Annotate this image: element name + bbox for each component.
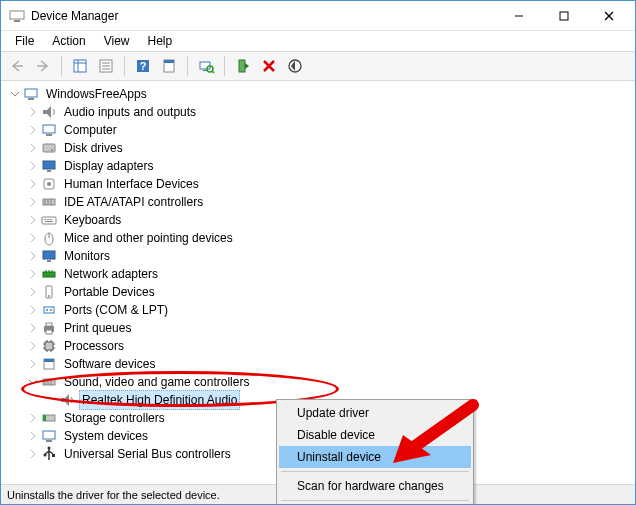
- toolbar-separator: [61, 56, 62, 76]
- svg-rect-43: [44, 219, 46, 220]
- chevron-right-icon[interactable]: [27, 142, 39, 154]
- category-label: Print queues: [61, 319, 134, 337]
- maximize-button[interactable]: [541, 2, 586, 30]
- tree-category[interactable]: IDE ATA/ATAPI controllers: [27, 193, 635, 211]
- svg-line-20: [212, 71, 214, 73]
- category-label: Processors: [61, 337, 127, 355]
- tree-category[interactable]: Computer: [27, 121, 635, 139]
- status-text: Uninstalls the driver for the selected d…: [7, 489, 220, 501]
- svg-rect-45: [50, 219, 52, 220]
- svg-rect-57: [44, 307, 54, 313]
- tree-category[interactable]: Network adapters: [27, 265, 635, 283]
- enable-device-button[interactable]: [231, 54, 255, 78]
- svg-rect-42: [42, 217, 56, 224]
- forward-button[interactable]: [31, 54, 55, 78]
- toolbar-separator: [224, 56, 225, 76]
- tree-category[interactable]: Mice and other pointing devices: [27, 229, 635, 247]
- uninstall-device-button[interactable]: [257, 54, 281, 78]
- chevron-right-icon[interactable]: [27, 160, 39, 172]
- svg-rect-31: [46, 134, 52, 136]
- speaker-icon: [59, 392, 75, 408]
- chevron-down-icon[interactable]: [9, 88, 21, 100]
- scan-hardware-button[interactable]: [194, 54, 218, 78]
- chevron-right-icon[interactable]: [27, 178, 39, 190]
- svg-rect-84: [52, 454, 55, 457]
- svg-marker-22: [245, 63, 249, 69]
- svg-rect-6: [74, 60, 86, 72]
- tree-category[interactable]: Processors: [27, 337, 635, 355]
- chevron-right-icon[interactable]: [27, 340, 39, 352]
- svg-rect-73: [44, 359, 54, 362]
- chevron-right-icon[interactable]: [27, 250, 39, 262]
- context-update-driver[interactable]: Update driver: [279, 402, 471, 424]
- svg-rect-28: [28, 98, 34, 100]
- context-separator: [281, 500, 469, 501]
- menu-help[interactable]: Help: [140, 32, 181, 50]
- category-label: Portable Devices: [61, 283, 158, 301]
- tree-category[interactable]: Keyboards: [27, 211, 635, 229]
- context-uninstall-device[interactable]: Uninstall device: [279, 446, 471, 468]
- tree-category[interactable]: Ports (COM & LPT): [27, 301, 635, 319]
- svg-rect-61: [46, 323, 52, 326]
- chevron-right-icon[interactable]: [27, 268, 39, 280]
- svg-marker-26: [291, 61, 295, 71]
- tree-root-label: WindowsFreeApps: [43, 85, 150, 103]
- svg-rect-16: [164, 60, 174, 63]
- tree-category[interactable]: Audio inputs and outputs: [27, 103, 635, 121]
- tree-category[interactable]: Portable Devices: [27, 283, 635, 301]
- category-label: Network adapters: [61, 265, 161, 283]
- tree-category[interactable]: Print queues: [27, 319, 635, 337]
- properties-button[interactable]: [94, 54, 118, 78]
- minimize-button[interactable]: [496, 2, 541, 30]
- chevron-right-icon[interactable]: [27, 106, 39, 118]
- chevron-right-icon[interactable]: [27, 214, 39, 226]
- chevron-down-icon[interactable]: [27, 376, 39, 388]
- category-icon: [41, 428, 57, 444]
- chevron-right-icon[interactable]: [27, 196, 39, 208]
- svg-rect-50: [47, 260, 51, 262]
- tree-category[interactable]: Disk drives: [27, 139, 635, 157]
- svg-rect-49: [43, 251, 55, 259]
- tree-root[interactable]: WindowsFreeApps: [9, 85, 635, 103]
- properties-sheet-button[interactable]: [157, 54, 181, 78]
- update-driver-button[interactable]: [283, 54, 307, 78]
- menu-action[interactable]: Action: [44, 32, 93, 50]
- toolbar-separator: [187, 56, 188, 76]
- context-scan-hardware[interactable]: Scan for hardware changes: [279, 475, 471, 497]
- chevron-right-icon[interactable]: [27, 232, 39, 244]
- chevron-right-icon[interactable]: [27, 322, 39, 334]
- category-icon: [41, 104, 57, 120]
- svg-rect-32: [43, 144, 55, 152]
- chevron-right-icon[interactable]: [27, 412, 39, 424]
- chevron-right-icon[interactable]: [27, 430, 39, 442]
- svg-point-37: [47, 182, 51, 186]
- tree-category[interactable]: Sound, video and game controllers: [27, 373, 635, 391]
- show-hide-tree-button[interactable]: [68, 54, 92, 78]
- chevron-right-icon[interactable]: [27, 358, 39, 370]
- chevron-right-icon[interactable]: [27, 286, 39, 298]
- help-button[interactable]: ?: [131, 54, 155, 78]
- category-icon: [41, 194, 57, 210]
- svg-rect-30: [43, 125, 55, 133]
- svg-rect-46: [45, 221, 53, 222]
- svg-rect-51: [43, 272, 55, 277]
- svg-point-83: [44, 454, 47, 457]
- context-disable-device[interactable]: Disable device: [279, 424, 471, 446]
- back-button[interactable]: [5, 54, 29, 78]
- svg-marker-29: [43, 106, 51, 118]
- category-label: Display adapters: [61, 157, 156, 175]
- tree-category[interactable]: Software devices: [27, 355, 635, 373]
- menu-file[interactable]: File: [7, 32, 42, 50]
- chevron-right-icon[interactable]: [27, 124, 39, 136]
- toolbar-separator: [124, 56, 125, 76]
- chevron-right-icon[interactable]: [27, 448, 39, 460]
- device-manager-icon: [9, 8, 25, 24]
- close-button[interactable]: [586, 2, 631, 30]
- svg-point-33: [51, 149, 53, 151]
- tree-category[interactable]: Monitors: [27, 247, 635, 265]
- category-icon: [41, 176, 57, 192]
- tree-category[interactable]: Human Interface Devices: [27, 175, 635, 193]
- chevron-right-icon[interactable]: [27, 304, 39, 316]
- menu-view[interactable]: View: [96, 32, 138, 50]
- tree-category[interactable]: Display adapters: [27, 157, 635, 175]
